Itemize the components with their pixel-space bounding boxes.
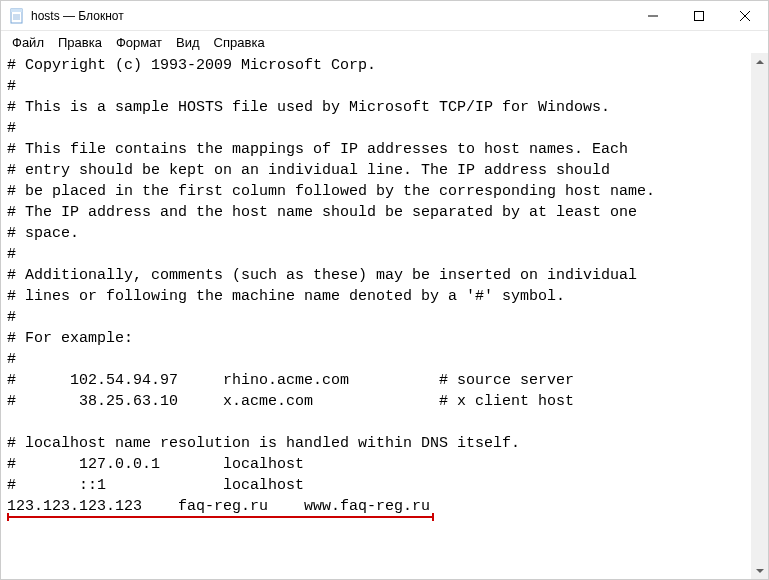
window-controls xyxy=(630,1,768,30)
close-button[interactable] xyxy=(722,1,768,30)
minimize-button[interactable] xyxy=(630,1,676,30)
menu-help[interactable]: Справка xyxy=(207,33,272,52)
scroll-track[interactable] xyxy=(751,70,768,562)
menu-format[interactable]: Формат xyxy=(109,33,169,52)
annotation-underline xyxy=(7,516,434,518)
menu-view[interactable]: Вид xyxy=(169,33,207,52)
content-area: # Copyright (c) 1993-2009 Microsoft Corp… xyxy=(1,53,768,579)
scroll-up-button[interactable] xyxy=(751,53,768,70)
window-title: hosts — Блокнот xyxy=(31,9,630,23)
svg-rect-1 xyxy=(11,9,22,12)
maximize-button[interactable] xyxy=(676,1,722,30)
svg-marker-10 xyxy=(756,569,764,573)
notepad-icon xyxy=(9,8,25,24)
vertical-scrollbar[interactable] xyxy=(751,53,768,579)
scroll-down-button[interactable] xyxy=(751,562,768,579)
menubar: Файл Правка Формат Вид Справка xyxy=(1,31,768,53)
menu-file[interactable]: Файл xyxy=(5,33,51,52)
menu-edit[interactable]: Правка xyxy=(51,33,109,52)
text-editor[interactable]: # Copyright (c) 1993-2009 Microsoft Corp… xyxy=(1,53,751,579)
svg-rect-6 xyxy=(695,11,704,20)
titlebar: hosts — Блокнот xyxy=(1,1,768,31)
svg-marker-9 xyxy=(756,60,764,64)
